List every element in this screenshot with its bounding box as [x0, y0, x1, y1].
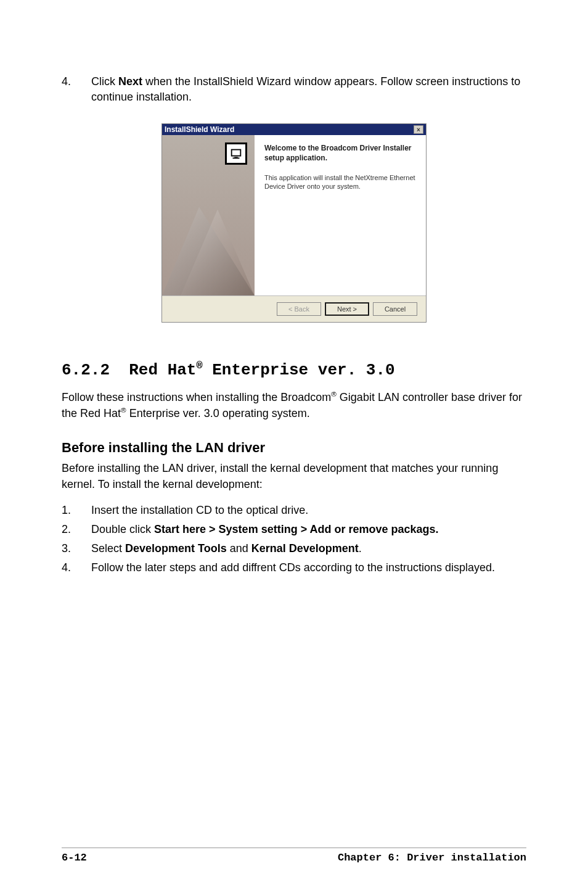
- wizard-sidebar-graphic: [162, 135, 255, 295]
- before-step-1: 1. Insert the installation CD to the opt…: [62, 502, 526, 519]
- step-4-bold: Next: [118, 75, 142, 88]
- before-installing-heading: Before installing the LAN driver: [62, 440, 526, 456]
- step-number: 4.: [62, 559, 91, 576]
- section-6-2-2-heading: 6.2.2 Red Hat® Enterprise ver. 3.0: [62, 360, 526, 379]
- step-text: Follow the later steps and add diffrent …: [91, 559, 526, 576]
- computer-icon: [225, 142, 247, 165]
- step-4: 4. Click Next when the InstallShield Wiz…: [62, 74, 526, 105]
- step-4-number: 4.: [62, 74, 91, 105]
- step-number: 1.: [62, 502, 91, 519]
- wizard-welcome-heading: Welcome to the Broadcom Driver Installer…: [264, 144, 416, 163]
- step-post: .: [359, 542, 362, 555]
- section-6-2-2-paragraph: Follow these instructions when installin…: [62, 389, 526, 421]
- wizard-body: Welcome to the Broadcom Driver Installer…: [162, 135, 426, 295]
- before-step-4: 4. Follow the later steps and add diffre…: [62, 559, 526, 576]
- page-number: 6-12: [62, 852, 87, 864]
- para-post: Enterprise ver. 3.0 operating system.: [126, 407, 310, 419]
- page-footer: 6-12 Chapter 6: Driver installation: [62, 848, 526, 864]
- step-bold: Start here > System setting > Add or rem…: [154, 523, 439, 535]
- wizard-footer: < Back Next > Cancel: [162, 295, 426, 322]
- step-4-pre: Click: [91, 75, 118, 88]
- step-number: 3.: [62, 540, 91, 557]
- cancel-button[interactable]: Cancel: [373, 302, 417, 316]
- registered-mark: ®: [331, 390, 337, 398]
- step-text: Double click Start here > System setting…: [91, 521, 526, 538]
- chapter-title: Chapter 6: Driver installation: [338, 852, 526, 864]
- step-text: Insert the installation CD to the optica…: [91, 502, 526, 519]
- para-pre: Follow these instructions when installin…: [62, 391, 331, 403]
- wizard-title: InstallShield Wizard: [165, 125, 234, 134]
- registered-mark: ®: [196, 360, 202, 371]
- step-4-post: when the InstallShield Wizard window app…: [91, 75, 520, 103]
- wizard-titlebar: InstallShield Wizard ×: [162, 124, 426, 135]
- close-icon[interactable]: ×: [414, 125, 423, 134]
- section-number: 6.2.2: [62, 361, 110, 379]
- installshield-wizard-window: InstallShield Wizard × Welcome to the Br…: [161, 123, 427, 323]
- svg-rect-0: [232, 150, 241, 156]
- step-number: 2.: [62, 521, 91, 538]
- step-pre: Double click: [91, 523, 154, 535]
- step-bold1: Development Tools: [125, 542, 227, 555]
- before-step-2: 2. Double click Start here > System sett…: [62, 521, 526, 538]
- registered-mark: ®: [121, 406, 126, 414]
- section-title-post: Enterprise ver. 3.0: [203, 361, 395, 379]
- wizard-screenshot: InstallShield Wizard × Welcome to the Br…: [62, 123, 526, 323]
- wizard-main-panel: Welcome to the Broadcom Driver Installer…: [255, 135, 426, 295]
- step-mid: and: [227, 542, 251, 555]
- step-4-text: Click Next when the InstallShield Wizard…: [91, 74, 526, 105]
- next-button[interactable]: Next >: [325, 302, 369, 316]
- step-bold2: Kernal Development: [251, 542, 359, 555]
- step-text: Select Development Tools and Kernal Deve…: [91, 540, 526, 557]
- section-title-pre: Red Hat: [129, 361, 196, 379]
- wizard-description: This application will install the NetXtr…: [264, 173, 416, 191]
- step-pre: Select: [91, 542, 125, 555]
- back-button: < Back: [277, 302, 321, 316]
- before-step-3: 3. Select Development Tools and Kernal D…: [62, 540, 526, 557]
- before-installing-paragraph: Before installing the LAN driver, instal…: [62, 461, 526, 492]
